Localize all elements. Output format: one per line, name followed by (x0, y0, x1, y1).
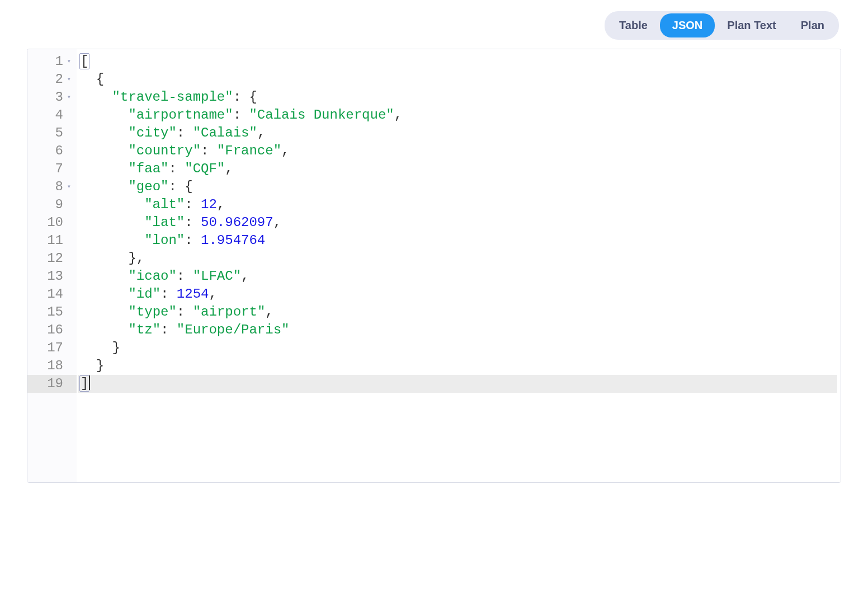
token-key: "faa" (128, 161, 168, 176)
token-key: "icao" (128, 269, 176, 284)
token-str: "Europe/Paris" (177, 322, 290, 337)
gutter-line: 4 (27, 106, 77, 124)
token-punc: [ (79, 53, 89, 69)
gutter-line: 6 (27, 142, 77, 160)
token-punc: } (112, 340, 120, 355)
code-line[interactable]: "faa": "CQF", (78, 160, 837, 178)
token-punc: : (185, 233, 201, 248)
token-punc: { (249, 90, 257, 105)
token-punc: , (136, 251, 144, 266)
view-tabs: Table JSON Plan Text Plan (605, 11, 839, 40)
token-punc: , (209, 286, 216, 302)
tab-plan-text[interactable]: Plan Text (715, 13, 788, 37)
code-line[interactable]: "city": "Calais", (78, 124, 837, 142)
gutter-line: 12 (27, 250, 77, 267)
fold-toggle-icon[interactable]: ▾ (65, 184, 71, 190)
token-key: "city" (128, 125, 176, 140)
code-line[interactable]: "tz": "Europe/Paris" (78, 321, 837, 339)
token-punc: , (265, 304, 273, 319)
gutter-line: 8▾ (27, 178, 77, 196)
gutter-line: 13 (27, 267, 77, 285)
tab-json[interactable]: JSON (660, 13, 715, 37)
code-line[interactable]: "icao": "LFAC", (78, 267, 837, 285)
token-str: "LFAC" (193, 269, 241, 284)
token-str: "airport" (193, 304, 266, 319)
code-line[interactable]: "alt": 12, (78, 196, 837, 214)
token-key: "country" (128, 143, 201, 158)
token-num: 1254 (177, 286, 209, 302)
token-key: "geo" (128, 179, 168, 194)
code-line[interactable]: }, (78, 250, 837, 267)
token-punc: : (177, 269, 193, 284)
gutter-line: 14 (27, 285, 77, 303)
token-punc: , (257, 125, 265, 140)
code-line[interactable]: "travel-sample": { (78, 88, 837, 106)
fold-toggle-icon[interactable]: ▾ (65, 58, 71, 65)
gutter-line: 19 (27, 375, 77, 393)
code-line[interactable]: "geo": { (78, 178, 837, 196)
tab-table[interactable]: Table (607, 13, 660, 37)
token-key: "tz" (128, 322, 161, 337)
token-punc: : (201, 143, 217, 158)
code-line[interactable]: "lon": 1.954764 (78, 232, 837, 250)
json-editor[interactable]: 1▾2▾3▾45678▾910111213141516171819 [ { "t… (27, 49, 841, 483)
token-punc: : (177, 125, 193, 140)
token-punc: } (96, 358, 104, 373)
token-num: 12 (201, 197, 217, 212)
code-line[interactable]: } (78, 339, 837, 357)
token-num: 1.954764 (201, 233, 265, 248)
code-line[interactable]: "country": "France", (78, 142, 837, 160)
token-key: "lon" (144, 233, 185, 248)
token-punc: { (96, 72, 104, 87)
tab-plan[interactable]: Plan (789, 13, 837, 37)
editor-code[interactable]: [ { "travel-sample": { "airportname": "C… (77, 49, 841, 482)
code-line[interactable]: "type": "airport", (78, 303, 837, 321)
editor-gutter: 1▾2▾3▾45678▾910111213141516171819 (27, 49, 77, 482)
code-line[interactable]: "id": 1254, (78, 285, 837, 303)
gutter-line: 17 (27, 339, 77, 357)
code-line[interactable]: { (78, 70, 837, 88)
text-cursor (89, 375, 90, 390)
token-str: "France" (217, 143, 281, 158)
gutter-line: 11 (27, 232, 77, 250)
token-punc: : (233, 90, 249, 105)
gutter-line: 10 (27, 214, 77, 232)
code-line[interactable]: "airportname": "Calais Dunkerque", (78, 106, 837, 124)
code-line[interactable]: } (78, 357, 837, 375)
gutter-line: 9 (27, 196, 77, 214)
token-key: "type" (128, 304, 176, 319)
token-punc: : (233, 107, 249, 123)
token-num: 50.962097 (201, 215, 273, 230)
token-str: "CQF" (185, 161, 225, 176)
token-punc: , (273, 215, 281, 230)
gutter-line: 15 (27, 303, 77, 321)
fold-toggle-icon[interactable]: ▾ (65, 76, 71, 83)
code-line[interactable]: "lat": 50.962097, (78, 214, 837, 232)
token-punc: : (185, 197, 201, 212)
fold-toggle-icon[interactable]: ▾ (65, 94, 71, 101)
token-punc: : (161, 286, 177, 302)
gutter-line: 18 (27, 357, 77, 375)
code-line[interactable]: ] (78, 375, 837, 393)
gutter-line: 1▾ (27, 53, 77, 70)
token-str: "Calais" (193, 125, 257, 140)
token-punc: , (394, 107, 402, 123)
token-key: "lat" (144, 215, 185, 230)
token-punc: , (217, 197, 225, 212)
token-punc: } (128, 251, 136, 266)
token-key: "travel-sample" (112, 90, 233, 105)
token-punc: , (241, 269, 249, 284)
token-key: "airportname" (128, 107, 233, 123)
token-punc: , (225, 161, 233, 176)
token-punc: : (161, 322, 177, 337)
token-punc: , (281, 143, 289, 158)
code-line[interactable]: [ (78, 53, 837, 70)
token-punc: : (168, 179, 185, 194)
token-key: "alt" (144, 197, 185, 212)
gutter-line: 16 (27, 321, 77, 339)
token-punc: : (177, 304, 193, 319)
token-punc: { (185, 179, 192, 194)
token-str: "Calais Dunkerque" (249, 107, 394, 123)
gutter-line: 3▾ (27, 88, 77, 106)
token-key: "id" (128, 286, 161, 302)
